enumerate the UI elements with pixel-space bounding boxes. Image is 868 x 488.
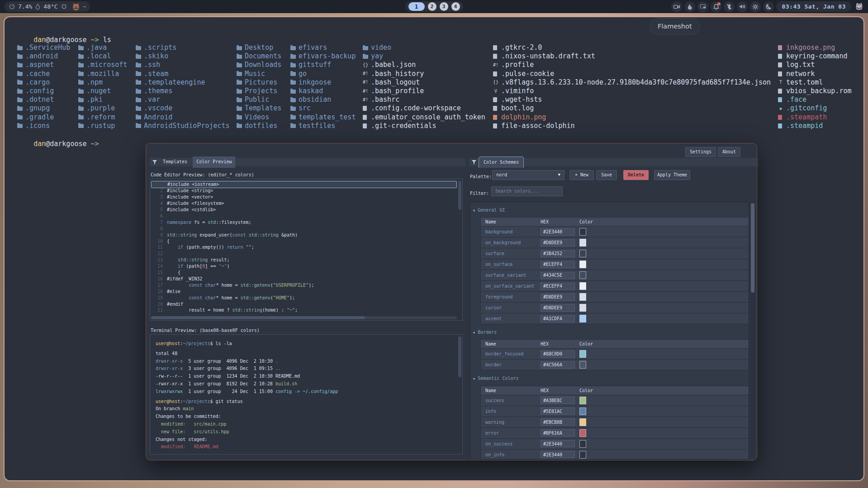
volume-button[interactable] xyxy=(737,1,748,12)
color-swatch[interactable] xyxy=(579,451,586,459)
color-swatch[interactable] xyxy=(579,315,586,322)
delete-button[interactable]: Delete xyxy=(623,170,649,180)
brightness-button[interactable] xyxy=(750,1,761,12)
hex-value-input[interactable]: #2E3440 xyxy=(541,440,575,447)
editor-vscrollbar-thumb[interactable] xyxy=(458,181,461,210)
color-swatch[interactable] xyxy=(579,350,586,358)
folder-icon xyxy=(17,55,23,59)
color-swatch[interactable] xyxy=(579,407,586,415)
folder-icon xyxy=(136,63,141,67)
color-swatch[interactable] xyxy=(579,429,586,437)
color-swatch[interactable] xyxy=(579,239,586,246)
hex-value-input[interactable]: #EBCB8B xyxy=(541,418,575,426)
color-swatch[interactable] xyxy=(579,418,586,426)
new-palette-button[interactable]: + New xyxy=(569,170,594,180)
color-swatch[interactable] xyxy=(579,228,586,236)
terminal-window[interactable]: dan@darkgoose ~> ls .ServiceHub.android.… xyxy=(4,16,864,481)
flameshot-button[interactable] xyxy=(684,1,695,12)
hex-value-input[interactable]: #D8DEE9 xyxy=(541,304,575,312)
file-icon xyxy=(493,45,497,50)
color-swatch[interactable] xyxy=(579,250,586,257)
hex-value-input[interactable]: #A1CDFA xyxy=(541,315,575,322)
night-light-button[interactable] xyxy=(763,1,774,12)
tray-icon-group: 03:43 Sat, Jan 03 xyxy=(671,1,864,12)
hex-value-input[interactable]: #D8DEE9 xyxy=(541,294,575,301)
folder-icon xyxy=(237,107,242,111)
hex-value-input[interactable]: #BF616A xyxy=(541,429,575,436)
editor-hscrollbar-thumb[interactable] xyxy=(151,316,365,319)
hex-value-input[interactable]: #3B4252 xyxy=(541,250,575,257)
hex-value-input[interactable]: #88C0D0 xyxy=(541,351,575,358)
apply-theme-button[interactable]: Apply Theme xyxy=(654,170,690,180)
hex-value-input[interactable]: #2E3440 xyxy=(541,451,575,458)
hex-value-input[interactable]: #ECEFF4 xyxy=(541,261,575,268)
color-row: success#A3BE8C xyxy=(481,395,749,406)
screenshot-tool-button[interactable] xyxy=(697,1,708,12)
schemes-scrollbar-thumb[interactable] xyxy=(751,203,754,293)
color-swatch[interactable] xyxy=(579,397,586,404)
file-icon xyxy=(778,54,782,59)
color-swatch[interactable] xyxy=(579,271,586,279)
screen-record-button[interactable] xyxy=(671,1,682,12)
section-header[interactable]: ▼Borders xyxy=(473,328,749,337)
color-search-input[interactable]: Search colors... xyxy=(491,186,563,196)
file-entry: {}.v8flags.13.6.233.10-node.27.9180b4da3… xyxy=(493,78,771,87)
hex-value-input[interactable]: #4C566A xyxy=(541,361,575,369)
file-entry: .android xyxy=(17,52,70,61)
code-line: 7namespace fs = std::filesystem; xyxy=(151,219,457,225)
color-swatch[interactable] xyxy=(579,304,586,312)
color-swatch[interactable] xyxy=(579,361,586,369)
about-button[interactable]: About xyxy=(718,147,740,157)
filter-funnel-icon xyxy=(472,160,477,165)
color-swatch[interactable] xyxy=(579,282,586,290)
workspace-button-3[interactable]: 3 xyxy=(440,2,448,11)
section-header[interactable]: ▼General UI xyxy=(473,206,749,215)
right-tab-strip: Color Schemes xyxy=(469,158,758,166)
folder-icon xyxy=(78,55,84,59)
tray-owl-button[interactable] xyxy=(854,1,864,12)
clock[interactable]: 03:43 Sat, Jan 03 xyxy=(776,1,851,12)
hex-value-input[interactable]: #A3BE8C xyxy=(541,397,575,404)
theme-editor-window[interactable]: Settings About Templates Color Preview C… xyxy=(146,143,757,460)
bluetooth-button[interactable] xyxy=(724,1,735,12)
folder-icon xyxy=(17,46,23,50)
code-editor-preview[interactable]: 1#include <iostream>2#include <string>3#… xyxy=(150,179,463,321)
hex-value-input[interactable]: #434C5E xyxy=(541,272,575,279)
save-button[interactable]: Save xyxy=(596,170,617,180)
hex-value-input[interactable]: #ECEFF4 xyxy=(541,283,575,290)
hex-value-input[interactable]: #2E3440 xyxy=(541,228,575,236)
terminal-launcher-pill[interactable]: ~ xyxy=(68,1,90,12)
tab-templates[interactable]: Templates xyxy=(159,156,191,167)
workspace-button-4[interactable]: 4 xyxy=(451,2,460,11)
color-row: border#4C566A xyxy=(481,359,749,370)
file-entry: .face xyxy=(778,95,852,104)
color-swatch[interactable] xyxy=(579,293,586,301)
color-name: on_info xyxy=(481,450,541,459)
editor-hscrollbar[interactable] xyxy=(151,316,457,319)
code-line: 17 const char* home = std::getenv("USERP… xyxy=(151,282,457,288)
color-swatch[interactable] xyxy=(579,440,586,448)
cpu-usage: 7.4% xyxy=(18,3,32,10)
speaker-icon xyxy=(739,4,745,9)
folder-icon xyxy=(237,115,242,119)
file-entry: Ttest.toml xyxy=(778,78,852,87)
table-header-row: NameHEXColor xyxy=(481,386,749,395)
workspace-button-1[interactable]: 1 xyxy=(408,2,425,11)
workspace-button-2[interactable]: 2 xyxy=(428,2,436,11)
schemes-scrollbar[interactable] xyxy=(751,202,754,458)
notifications-button[interactable] xyxy=(711,1,721,12)
settings-button[interactable]: Settings xyxy=(685,147,716,157)
tab-color-preview[interactable]: Color Preview xyxy=(193,156,235,167)
hex-value-input[interactable]: #5E81AC xyxy=(541,407,575,415)
tab-color-schemes[interactable]: Color Schemes xyxy=(479,156,524,168)
color-name: accent xyxy=(481,314,541,323)
color-swatch[interactable] xyxy=(579,261,586,268)
section-header[interactable]: ▼Semantic Colors xyxy=(473,374,749,384)
color-row: warning#EBCB8B xyxy=(481,417,749,427)
terminal-preview[interactable]: user@host:~/projects$ ls -latotal 48drwx… xyxy=(150,334,463,455)
file-entry: testfiles xyxy=(290,122,356,130)
terminal-vscrollbar-thumb[interactable] xyxy=(458,336,461,377)
palette-select[interactable]: nord ▼ xyxy=(492,170,564,180)
hex-value-input[interactable]: #D8DEE9 xyxy=(541,239,575,246)
file-entry: .npm xyxy=(78,78,127,87)
